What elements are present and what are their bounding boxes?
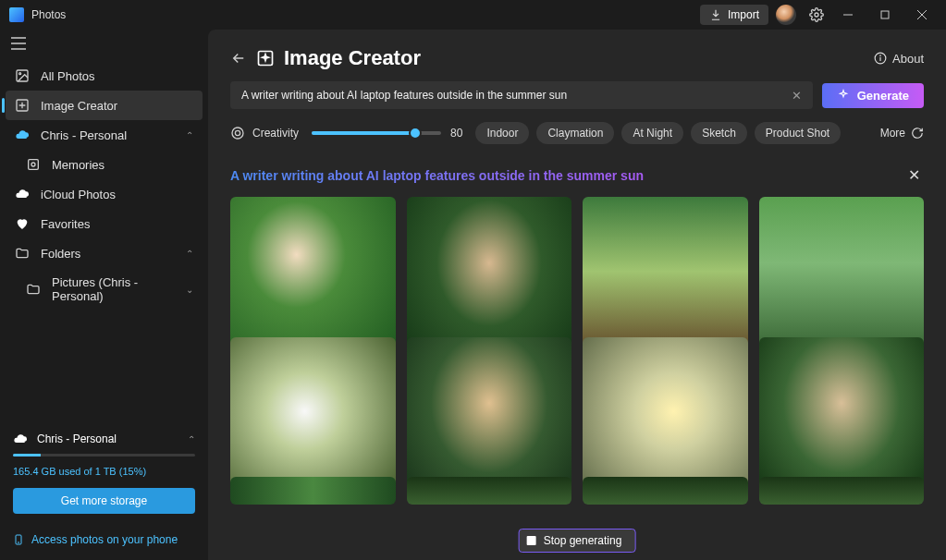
storage-used: 165.4 GB used of 1 TB (15%) — [13, 466, 195, 477]
nav-label: Favorites — [41, 217, 90, 231]
page-title: Image Creator — [284, 46, 421, 70]
prompt-input[interactable] — [241, 89, 788, 102]
prompt-field-wrap[interactable]: ✕ — [230, 81, 813, 109]
cloud-icon — [13, 432, 28, 446]
close-results-button[interactable]: ✕ — [904, 163, 924, 188]
generate-label: Generate — [857, 89, 909, 103]
get-storage-button[interactable]: Get more storage — [13, 488, 195, 514]
import-label: Import — [728, 8, 759, 21]
style-pill[interactable]: Product Shot — [755, 122, 841, 144]
settings-button[interactable] — [804, 0, 829, 30]
nav-folders[interactable]: Folders ⌃ — [6, 238, 203, 268]
phone-icon — [13, 532, 24, 547]
storage-bar — [13, 454, 195, 457]
storage-account: Chris - Personal — [37, 432, 117, 445]
more-styles-button[interactable]: More — [880, 127, 924, 140]
style-pills: Indoor Claymation At Night Sketch Produc… — [475, 122, 841, 144]
menu-icon — [11, 37, 26, 50]
nav-label: Memories — [52, 158, 104, 172]
result-tile[interactable] — [583, 477, 748, 505]
svg-point-18 — [880, 55, 881, 56]
nav-pictures-folder[interactable]: Pictures (Chris - Personal) ⌄ — [6, 268, 203, 310]
svg-rect-11 — [29, 160, 39, 170]
result-tile[interactable] — [759, 477, 925, 505]
svg-point-20 — [235, 130, 240, 135]
gear-icon — [809, 7, 824, 22]
nav-account[interactable]: Chris - Personal ⌃ — [6, 120, 203, 150]
app-title: Photos — [31, 8, 66, 21]
avatar[interactable] — [776, 5, 796, 25]
creator-icon — [256, 49, 275, 67]
nav-label: All Photos — [41, 69, 95, 83]
nav-toggle[interactable] — [0, 30, 208, 57]
refresh-icon — [911, 127, 924, 140]
style-pill[interactable]: Indoor — [475, 122, 529, 144]
memories-icon — [26, 157, 41, 172]
nav-label: iCloud Photos — [41, 188, 116, 201]
storage-fill — [13, 454, 41, 457]
titlebar: Photos Import — [0, 0, 946, 30]
sidebar: All Photos Image Creator Chris - Persona… — [0, 30, 208, 560]
maximize-button[interactable] — [866, 0, 903, 30]
style-pill[interactable]: At Night — [621, 122, 683, 144]
about-button[interactable]: About — [874, 52, 924, 66]
nav-label: Folders — [41, 247, 80, 261]
storage-panel: Chris - Personal ⌃ 165.4 GB used of 1 TB… — [0, 420, 208, 523]
nav-icloud[interactable]: iCloud Photos — [6, 179, 203, 209]
back-button[interactable] — [230, 50, 247, 67]
sparkle-icon — [837, 89, 850, 102]
results-grid — [230, 197, 924, 560]
stop-icon — [527, 536, 536, 545]
svg-point-0 — [815, 13, 818, 17]
style-pill[interactable]: Sketch — [691, 122, 747, 144]
info-icon — [874, 52, 887, 65]
chevron-down-icon: ⌄ — [186, 285, 193, 295]
minimize-button[interactable] — [829, 0, 866, 30]
svg-point-19 — [232, 128, 243, 139]
style-pill[interactable]: Claymation — [536, 122, 614, 144]
target-icon — [230, 126, 245, 140]
folder-icon — [15, 246, 30, 261]
stop-label: Stop generating — [544, 534, 622, 547]
svg-rect-2 — [881, 11, 889, 18]
result-tile[interactable] — [407, 477, 572, 505]
phone-access-link[interactable]: Access photos on your phone — [0, 523, 208, 560]
nav-all-photos[interactable]: All Photos — [6, 61, 203, 91]
sparkle-icon — [15, 98, 30, 113]
slider-thumb[interactable] — [409, 127, 422, 140]
stop-generating-button[interactable]: Stop generating — [519, 529, 636, 553]
result-prompt: A writer writing about AI laptop feature… — [230, 168, 644, 183]
clear-prompt-button[interactable]: ✕ — [788, 89, 805, 103]
result-tile[interactable] — [230, 477, 396, 505]
about-label: About — [892, 52, 924, 66]
svg-point-9 — [19, 73, 21, 75]
phone-link-label: Access photos on your phone — [31, 533, 178, 546]
nav-label: Chris - Personal — [41, 128, 127, 142]
import-button[interactable]: Import — [700, 5, 768, 25]
nav-memories[interactable]: Memories — [6, 150, 203, 179]
chevron-up-icon: ⌃ — [186, 249, 193, 259]
nav-label: Pictures (Chris - Personal) — [52, 275, 175, 303]
creativity-value: 80 — [450, 127, 462, 140]
folder-icon — [26, 282, 41, 297]
icloud-icon — [15, 187, 30, 201]
creativity-slider[interactable]: 80 — [312, 127, 462, 140]
minimize-icon — [843, 10, 853, 19]
content: Image Creator About ✕ Generate Creativit… — [208, 30, 946, 560]
import-icon — [709, 8, 722, 21]
close-icon — [917, 10, 927, 19]
svg-point-12 — [31, 163, 35, 166]
nav-label: Image Creator — [41, 99, 117, 113]
maximize-icon — [880, 10, 890, 19]
close-button[interactable] — [903, 0, 940, 30]
generate-button[interactable]: Generate — [822, 83, 924, 108]
app-icon — [9, 7, 24, 22]
nav-favorites[interactable]: Favorites — [6, 209, 203, 238]
creativity-label: Creativity — [230, 126, 299, 140]
chevron-up-icon: ⌃ — [186, 130, 193, 140]
cloud-icon — [15, 128, 30, 142]
chevron-up-icon[interactable]: ⌃ — [188, 434, 195, 444]
heart-icon — [15, 216, 30, 231]
nav-image-creator[interactable]: Image Creator — [6, 91, 203, 120]
arrow-left-icon — [230, 50, 247, 67]
